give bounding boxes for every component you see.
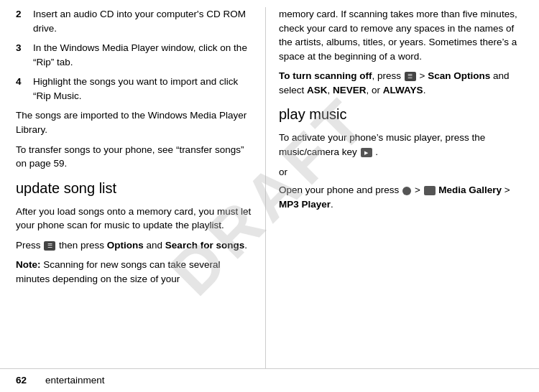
step-4-number: 4 xyxy=(16,75,29,103)
step-2-text: Insert an audio CD into your computer's … xyxy=(33,7,252,35)
play-music-heading: play music xyxy=(279,104,526,125)
note-label: Note: xyxy=(16,259,41,270)
page-container: DRAFT 2 Insert an audio CD into your com… xyxy=(0,0,539,392)
to-turn-suffix: , press xyxy=(372,70,403,81)
comma1: , xyxy=(328,85,333,95)
step-2-number: 2 xyxy=(16,7,29,35)
left-column: 2 Insert an audio CD into your computer'… xyxy=(0,7,266,368)
step-4: 4 Highlight the songs you want to import… xyxy=(16,75,252,103)
update-para2: Press ☰ then press Options and Search fo… xyxy=(16,238,252,253)
mp3-player-label: MP3 Player xyxy=(279,199,331,210)
right-para1: memory card. If scanning takes more than… xyxy=(279,7,526,63)
menu-icon: ☰ xyxy=(44,241,55,251)
step-2: 2 Insert an audio CD into your computer'… xyxy=(16,7,252,35)
to-turn-prefix: To turn scanning off xyxy=(279,70,372,81)
page-number: 62 xyxy=(16,373,34,388)
note-para: Note: Scanning for new songs can take se… xyxy=(16,258,252,286)
press-label: Press xyxy=(16,240,43,251)
scan-off-para: To turn scanning off, press ☰ > Scan Opt… xyxy=(279,69,526,97)
update-song-list-heading: update song list xyxy=(16,178,252,199)
play-para1: To activate your phone’s music player, p… xyxy=(279,131,526,159)
scan-options-label: Scan Options xyxy=(428,70,490,81)
footer-bar: 62 entertainment xyxy=(0,368,539,392)
step-4-text: Highlight the songs you want to import a… xyxy=(33,75,252,103)
footer-label: entertainment xyxy=(45,373,105,388)
then-label: then press xyxy=(59,240,107,251)
media-gallery-label: Media Gallery xyxy=(438,185,502,195)
search-label: Search for songs xyxy=(165,240,244,251)
right-column: memory card. If scanning takes more than… xyxy=(266,7,539,368)
open-para: Open your phone and press > Media Galler… xyxy=(279,183,526,211)
center-nav-icon xyxy=(402,187,411,195)
gt-symbol: > xyxy=(417,70,428,81)
play-para1-prefix: To activate your phone’s music player, p… xyxy=(279,132,485,157)
music-camera-icon: ▶ xyxy=(361,148,372,157)
left-para1: The songs are imported to the Windows Me… xyxy=(16,108,252,136)
update-para1: After you load songs onto a memory card,… xyxy=(16,205,252,233)
step-3-number: 3 xyxy=(16,41,29,69)
options-label: Options xyxy=(107,240,144,251)
open-gt1: > xyxy=(415,185,423,195)
open-gt2: > xyxy=(505,185,510,195)
period-label: . xyxy=(244,240,247,251)
media-gallery-icon xyxy=(424,186,436,195)
step-3: 3 In the Windows Media Player window, cl… xyxy=(16,41,252,69)
left-para2: To transfer songs to your phone, see “tr… xyxy=(16,143,252,171)
step-3-text: In the Windows Media Player window, clic… xyxy=(33,41,252,69)
open-para-prefix: Open your phone and press xyxy=(279,185,402,195)
ask-label: ASK xyxy=(307,85,328,95)
comma2: , or xyxy=(367,85,383,95)
content-area: 2 Insert an audio CD into your computer'… xyxy=(0,0,539,368)
or-text: or xyxy=(279,165,526,179)
always-label: ALWAYS xyxy=(383,85,423,95)
note-text: Scanning for new songs can take several … xyxy=(16,259,220,284)
play-para1-suffix: . xyxy=(375,146,378,157)
and-label: and xyxy=(144,240,165,251)
never-label: NEVER xyxy=(333,85,367,95)
open-period: . xyxy=(331,199,333,210)
period-right: . xyxy=(423,85,426,95)
menu-icon-right: ☰ xyxy=(405,72,416,81)
